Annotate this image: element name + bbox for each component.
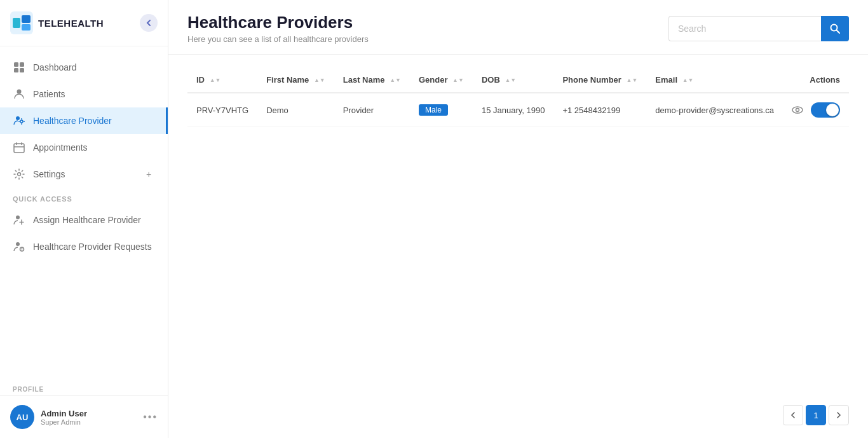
sidebar-item-patients[interactable]: Patients [0,81,168,107]
profile-options-button[interactable]: ••• [143,411,158,423]
collapse-sidebar-button[interactable] [140,14,158,32]
sidebar-item-provider-requests-label: Healthcare Provider Requests [33,242,155,252]
sidebar-nav: Dashboard Patients [0,46,168,381]
avatar: AU [10,405,34,429]
col-header-first-name[interactable]: First Name ▲▼ [257,67,334,93]
svg-point-30 [796,109,799,112]
col-header-dob[interactable]: DOB ▲▼ [473,67,554,93]
sidebar-item-settings-label: Settings [33,169,135,179]
main-content: Healthcare Providers Here you can see a … [168,0,868,438]
sidebar-item-appointments[interactable]: Appointments [0,134,168,161]
cell-actions [783,93,849,127]
data-table: ID ▲▼ First Name ▲▼ Last Name ▲▼ Gender … [187,67,849,127]
sort-email-arrows: ▲▼ [682,79,694,82]
search-input[interactable] [668,16,821,41]
sidebar: TELEHEALTH Dashboard [0,0,168,438]
page-title-area: Healthcare Providers Here you can see a … [187,13,369,44]
svg-line-28 [837,30,840,33]
svg-rect-7 [20,68,24,72]
svg-point-29 [792,107,803,113]
toggle-thumb [826,104,839,116]
sort-phone-arrows: ▲▼ [627,79,638,82]
provider-icon [13,114,25,127]
settings-icon [13,168,25,181]
actions-cell [792,102,840,118]
sidebar-item-healthcare-provider[interactable]: Healthcare Provider [0,107,168,134]
logo-area: TELEHEALTH [10,11,104,34]
patients-icon [13,88,25,100]
sidebar-item-dashboard-label: Dashboard [33,62,155,72]
svg-point-19 [18,173,21,176]
svg-point-23 [16,242,20,246]
eye-icon [792,106,803,114]
sidebar-item-provider-requests[interactable]: Healthcare Provider Requests [0,233,168,260]
app-name: TELEHEALTH [38,18,104,29]
cell-email: demo-provider@syscreations.ca [646,93,783,127]
svg-rect-1 [13,18,20,28]
search-icon [830,24,840,34]
svg-point-8 [17,90,22,94]
profile-name: Admin User [41,409,137,418]
sidebar-item-patients-label: Patients [33,89,155,99]
cell-last-name: Provider [334,93,410,127]
sidebar-item-appointments-label: Appointments [33,142,155,153]
svg-rect-15 [14,144,24,153]
view-button[interactable] [792,106,803,114]
table-row: PRV-Y7VHTG Demo Provider Male 15 January… [187,93,849,127]
settings-add-icon[interactable]: + [142,168,155,181]
gender-badge: Male [419,104,448,116]
svg-point-20 [16,216,20,219]
profile-section-label: PROFILE [0,381,168,395]
sort-lastname-arrows: ▲▼ [390,79,401,82]
svg-rect-6 [14,68,18,72]
sidebar-item-assign-provider[interactable]: Assign Healthcare Provider [0,207,168,233]
svg-point-9 [16,116,20,120]
sort-id-arrows: ▲▼ [210,79,221,82]
cell-gender: Male [410,93,473,127]
provider-requests-icon [13,240,25,253]
search-button[interactable] [821,16,849,41]
assign-provider-icon [13,214,25,226]
sort-dob-arrows: ▲▼ [505,79,516,82]
page-subtitle: Here you can see a list of all healthcar… [187,34,369,44]
main-header: Healthcare Providers Here you can see a … [168,0,868,55]
sidebar-header: TELEHEALTH [0,0,168,46]
table-container: ID ▲▼ First Name ▲▼ Last Name ▲▼ Gender … [168,55,868,399]
cell-id: PRV-Y7VHTG [187,93,257,127]
appointments-icon [13,141,25,154]
sidebar-item-assign-provider-label: Assign Healthcare Provider [33,215,155,225]
sidebar-footer: AU Admin User Super Admin ••• [0,395,168,438]
svg-rect-5 [20,62,24,67]
pagination-page-1-button[interactable]: 1 [806,405,826,425]
pagination-next-button[interactable] [829,405,849,425]
sidebar-item-dashboard[interactable]: Dashboard [0,54,168,81]
cell-phone: +1 2548432199 [553,93,646,127]
dashboard-icon [13,61,25,74]
sort-gender-arrows: ▲▼ [452,79,464,82]
col-header-phone[interactable]: Phone Number ▲▼ [553,67,646,93]
svg-rect-4 [14,62,18,67]
pagination-prev-button[interactable] [783,405,803,425]
chevron-right-page-icon [836,412,842,418]
cell-dob: 15 January, 1990 [473,93,554,127]
search-area [668,16,849,41]
col-header-actions: Actions [783,67,849,93]
profile-info: Admin User Super Admin [41,409,137,426]
chevron-left-icon [145,19,153,27]
active-toggle[interactable] [811,102,840,118]
svg-point-26 [22,250,22,250]
col-header-last-name[interactable]: Last Name ▲▼ [334,67,410,93]
chevron-left-page-icon [790,412,796,418]
table-body: PRV-Y7VHTG Demo Provider Male 15 January… [187,93,849,127]
col-header-email[interactable]: Email ▲▼ [646,67,783,93]
pagination-area: 1 [168,399,868,438]
table-header: ID ▲▼ First Name ▲▼ Last Name ▲▼ Gender … [187,67,849,93]
sidebar-item-provider-label: Healthcare Provider [33,116,153,126]
svg-point-10 [20,120,23,123]
col-header-id[interactable]: ID ▲▼ [187,67,257,93]
sort-firstname-arrows: ▲▼ [314,79,325,82]
page-title: Healthcare Providers [187,13,369,32]
sidebar-item-settings[interactable]: Settings + [0,161,168,188]
cell-first-name: Demo [257,93,334,127]
col-header-gender[interactable]: Gender ▲▼ [410,67,473,93]
